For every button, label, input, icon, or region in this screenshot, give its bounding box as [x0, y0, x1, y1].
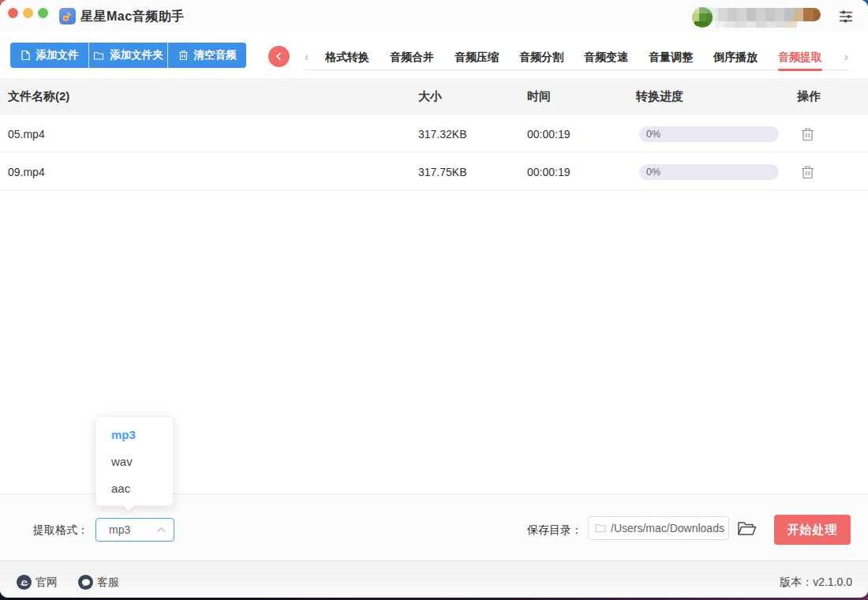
- progress-bar: 0%: [639, 164, 779, 180]
- collapse-back-button[interactable]: [268, 46, 290, 67]
- file-name: 09.mp4: [0, 166, 418, 178]
- close-window-button[interactable]: [8, 8, 18, 18]
- official-site-link[interactable]: 官网: [17, 564, 58, 598]
- customer-service-label: 客服: [97, 576, 119, 590]
- start-process-button[interactable]: 开始处理: [774, 515, 851, 545]
- file-time: 00:00:19: [527, 128, 636, 141]
- file-actions-group: 添加文件 添加文件夹 清空音频: [10, 43, 246, 68]
- trash-icon: [801, 165, 814, 179]
- tab-format-convert[interactable]: 格式转换: [325, 43, 369, 70]
- file-size: 317.75KB: [418, 166, 527, 178]
- tab-audio-split[interactable]: 音频分割: [519, 43, 563, 70]
- app-logo-icon: [59, 8, 76, 24]
- format-dropdown-menu: mp3 wav aac: [95, 416, 174, 506]
- user-name-redacted: [709, 8, 821, 28]
- tabs-scroll-left-icon[interactable]: ‹: [305, 51, 312, 62]
- format-label: 提取格式：: [33, 494, 88, 561]
- col-action: 操作: [797, 89, 868, 104]
- table-row: 09.mp4 317.75KB 00:00:19 0%: [0, 152, 868, 190]
- col-filename: 文件名称(2): [0, 89, 418, 104]
- file-name: 05.mp4: [0, 128, 418, 141]
- traffic-lights: [8, 8, 48, 18]
- file-size: 317.32KB: [418, 128, 527, 141]
- save-dir-label: 保存目录：: [527, 494, 582, 561]
- user-account[interactable]: [692, 6, 821, 28]
- chevron-left-icon: [275, 52, 283, 61]
- progress-cell: 0%: [636, 164, 797, 180]
- file-time: 00:00:19: [527, 166, 636, 178]
- col-time: 时间: [527, 89, 636, 104]
- col-progress: 转换进度: [636, 89, 797, 104]
- tab-audio-speed[interactable]: 音频变速: [584, 43, 628, 70]
- app-title: 星星Mac音频助手: [80, 0, 185, 32]
- feature-tabbar: ‹ 格式转换 音频合并 音频压缩 音频分割 音频变速 音量调整 倒序播放 音频提…: [304, 43, 848, 70]
- customer-service-link[interactable]: 客服: [78, 564, 119, 598]
- file-icon: [21, 50, 31, 61]
- chevron-up-icon: [157, 527, 166, 533]
- chat-bubble-icon: [78, 575, 93, 590]
- folder-icon: [93, 51, 104, 61]
- tab-audio-extract[interactable]: 音频提取: [778, 43, 822, 70]
- action-cell: [797, 163, 868, 181]
- progress-bar: 0%: [639, 126, 779, 142]
- app-window: 星星Mac音频助手 添加文件: [0, 0, 868, 598]
- trash-icon: [801, 127, 814, 141]
- tab-volume-adjust[interactable]: 音量调整: [649, 43, 693, 70]
- website-icon: [17, 575, 32, 590]
- trash-icon: [178, 50, 189, 61]
- title-bar: 星星Mac音频助手: [0, 0, 868, 32]
- progress-cell: 0%: [636, 126, 797, 142]
- file-table: 文件名称(2) 大小 时间 转换进度 操作 05.mp4 317.32KB 00…: [0, 78, 868, 190]
- tabs-scroll-right-icon[interactable]: ›: [844, 51, 848, 62]
- redacted-name-row: [709, 8, 821, 21]
- version-text: 版本：v2.1.0.0: [780, 561, 852, 598]
- clear-audio-button[interactable]: 清空音频: [167, 43, 246, 68]
- option-wav[interactable]: wav: [96, 448, 173, 475]
- add-folder-button[interactable]: 添加文件夹: [88, 43, 167, 68]
- format-select[interactable]: mp3: [95, 518, 174, 542]
- add-file-button[interactable]: 添加文件: [10, 43, 88, 68]
- table-header: 文件名称(2) 大小 时间 转换进度 操作: [0, 78, 868, 114]
- delete-row-button[interactable]: [799, 163, 816, 181]
- format-select-value: mp3: [109, 523, 130, 536]
- minimize-window-button[interactable]: [23, 8, 33, 18]
- col-size: 大小: [418, 89, 527, 104]
- option-aac[interactable]: aac: [96, 475, 173, 502]
- add-file-label: 添加文件: [36, 48, 79, 62]
- action-cell: [797, 126, 868, 143]
- chevron-up-icon: [157, 527, 166, 533]
- tab-audio-merge[interactable]: 音频合并: [390, 43, 434, 70]
- folder-open-icon: [737, 520, 757, 537]
- add-folder-label: 添加文件夹: [110, 48, 163, 62]
- official-site-label: 官网: [36, 576, 58, 590]
- table-row: 05.mp4 317.32KB 00:00:19 0%: [0, 114, 868, 152]
- option-mp3[interactable]: mp3: [96, 422, 173, 448]
- settings-sliders-icon[interactable]: [837, 8, 854, 24]
- zoom-window-button[interactable]: [38, 8, 48, 18]
- save-dir-input[interactable]: /Users/mac/Downloads: [588, 516, 729, 540]
- delete-row-button[interactable]: [799, 126, 816, 143]
- clear-audio-label: 清空音频: [194, 48, 237, 62]
- user-avatar: [692, 7, 713, 28]
- save-dir-path: /Users/mac/Downloads: [611, 522, 724, 534]
- redacted-name-row: [715, 21, 797, 28]
- tab-audio-compress[interactable]: 音频压缩: [455, 43, 499, 70]
- tabs: 格式转换 音频合并 音频压缩 音频分割 音频变速 音量调整 倒序播放 音频提取: [315, 43, 832, 70]
- tab-reverse-play[interactable]: 倒序播放: [713, 43, 758, 70]
- browse-folder-button[interactable]: [737, 520, 758, 538]
- folder-icon: [595, 523, 606, 533]
- footer: 官网 客服 版本：v2.1.0.0: [0, 561, 868, 598]
